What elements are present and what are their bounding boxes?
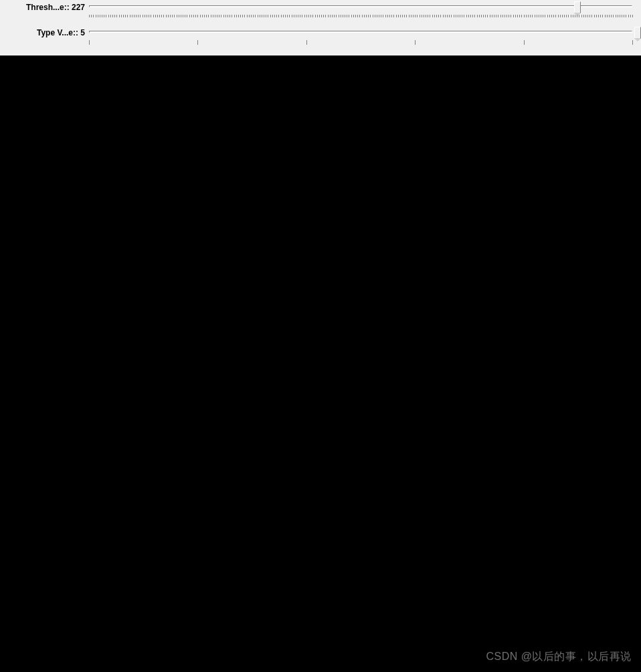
threshold-track — [89, 5, 632, 7]
threshold-slider-row: Thresh...e:: 227 — [3, 1, 638, 27]
control-panel: Thresh...e:: 227 Type V...e:: 5 — [0, 0, 641, 55]
type-slider[interactable] — [89, 27, 638, 52]
type-label: Type V...e:: 5 — [3, 27, 89, 37]
type-slider-row: Type V...e:: 5 — [3, 27, 638, 52]
watermark-text: CSDN @以后的事，以后再说 — [486, 650, 632, 664]
threshold-label: Thresh...e:: 227 — [3, 1, 89, 12]
type-ticks — [89, 40, 632, 45]
threshold-thumb[interactable] — [574, 1, 581, 13]
type-track — [89, 31, 632, 33]
threshold-ticks — [89, 15, 632, 20]
type-thumb[interactable] — [634, 27, 641, 39]
threshold-slider[interactable] — [89, 1, 638, 27]
